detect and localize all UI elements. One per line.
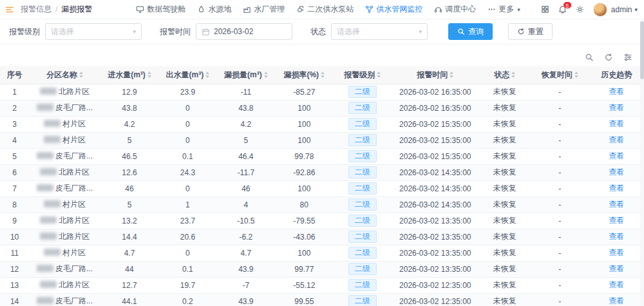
user-menu[interactable]: admin ▾ (611, 5, 638, 14)
nav-item-more[interactable]: 更多▾ (488, 4, 520, 15)
nav-item-label: 调度中心 (445, 4, 476, 15)
scrollbar-thumb[interactable] (640, 21, 644, 79)
out-volume: 23.7 (180, 216, 195, 225)
view-link[interactable]: 查看 (609, 151, 624, 160)
level-tag: 二级 (348, 231, 377, 243)
zone-name: 村片区 (62, 200, 86, 209)
zone-name: 北路片区 (59, 216, 90, 225)
recover-time: - (558, 184, 561, 193)
column-header[interactable]: 进水量(m³) (100, 66, 158, 84)
loss-rate: 100 (298, 249, 310, 258)
alarm-level-select[interactable]: 请选择 ▾ (45, 23, 142, 40)
column-header[interactable]: 状态 (479, 66, 531, 84)
view-link[interactable]: 查看 (609, 280, 624, 289)
settings-gear-icon[interactable] (576, 5, 584, 14)
menu-toggle-icon[interactable] (5, 5, 14, 14)
nav-item-water-source[interactable]: 水源地 (197, 4, 231, 15)
nav-item-label: 供水管网监控 (376, 4, 422, 15)
alarm-time: 2026-03-02 16:35:00 (399, 88, 471, 97)
view-link[interactable]: 查看 (609, 216, 624, 225)
sort-icon[interactable] (377, 72, 381, 78)
nav-item-pipe-network[interactable]: 供水管网监控 (365, 4, 422, 15)
recover-time: - (558, 120, 561, 129)
loss-volume: 43.8 (238, 104, 253, 113)
recover-time: - (558, 281, 561, 290)
column-header[interactable]: 漏损率(%) (275, 66, 333, 84)
dispatch-center-icon (434, 5, 442, 14)
loss-rate: -92.86 (293, 168, 315, 177)
row-index: 8 (12, 200, 17, 209)
zone-name: 北路片区 (59, 280, 90, 289)
column-header[interactable]: 漏损量(m³) (217, 66, 275, 84)
status-text: 未恢复 (493, 264, 516, 273)
table-refresh-icon[interactable] (604, 53, 613, 62)
in-volume: 4.7 (124, 249, 135, 258)
vertical-scrollbar[interactable] (640, 20, 644, 306)
avatar[interactable] (593, 3, 607, 17)
loss-rate: -85.27 (293, 88, 315, 97)
loss-rate: 100 (298, 136, 310, 145)
reset-button[interactable]: 重置 (508, 23, 553, 40)
status-text: 未恢复 (493, 216, 516, 225)
view-link[interactable]: 查看 (609, 296, 624, 305)
sort-icon[interactable] (321, 72, 325, 78)
table-column-settings-icon[interactable] (623, 53, 632, 62)
redacted-text (40, 281, 57, 288)
nav-item-dispatch-center[interactable]: 调度中心 (434, 4, 476, 15)
recover-time: - (558, 152, 561, 161)
column-header[interactable]: 出水量(m³) (158, 66, 216, 84)
view-link[interactable]: 查看 (609, 248, 624, 257)
view-link[interactable]: 查看 (609, 135, 624, 144)
redacted-text (40, 88, 57, 95)
row-index: 9 (12, 216, 17, 225)
table-row: 5 皮毛厂路... 46.5 0.1 46.4 99.78 二级 2026-03… (0, 148, 644, 164)
alarm-level-label: 报警级别 (9, 26, 40, 37)
filter-bar: 报警级别 请选择 ▾ 报警时间 2026-03-02 状态 请选择 ▾ (0, 19, 644, 44)
sort-icon[interactable] (79, 72, 83, 78)
column-header[interactable]: 恢复时间 (531, 66, 589, 84)
zone-name: 北路片区 (59, 232, 90, 241)
nav-item-pump-station[interactable]: 二次供水泵站 (296, 4, 354, 15)
water-plant-icon (243, 5, 251, 14)
view-link[interactable]: 查看 (609, 119, 624, 128)
view-link[interactable]: 查看 (609, 87, 624, 96)
sort-icon[interactable] (264, 72, 268, 78)
sort-icon[interactable] (574, 72, 578, 78)
notification-bell-icon[interactable]: 5 (558, 5, 567, 14)
breadcrumb-parent[interactable]: 报警信息 (21, 4, 52, 15)
alarm-time-input[interactable]: 2026-03-02 (196, 23, 292, 40)
search-button-label: 查询 (468, 26, 484, 37)
status-text: 未恢复 (493, 296, 516, 305)
nav-item-dashboard[interactable]: 数据驾驶舱 (136, 4, 185, 15)
view-link[interactable]: 查看 (609, 103, 624, 112)
sort-icon[interactable] (511, 72, 515, 78)
view-link[interactable]: 查看 (609, 200, 624, 209)
column-header-label: 漏损量(m³) (224, 70, 262, 81)
recover-time: - (558, 136, 561, 145)
row-index: 4 (12, 136, 17, 145)
loss-volume: 4 (244, 200, 249, 209)
sort-icon[interactable] (205, 72, 209, 78)
status-select[interactable]: 请选择 ▾ (331, 23, 428, 40)
alarm-table-panel: 序号分区名称进水量(m³)出水量(m³)漏损量(m³)漏损率(%)报警级别报警时… (0, 48, 644, 306)
loss-volume: -10.5 (237, 216, 254, 225)
chevron-down-icon: ▾ (419, 28, 422, 35)
nav-item-water-plant[interactable]: 水厂管理 (243, 4, 285, 15)
zone-name: 皮毛厂路... (55, 184, 93, 193)
view-link[interactable]: 查看 (609, 264, 624, 273)
sort-icon[interactable] (147, 72, 151, 78)
row-index: 11 (10, 249, 18, 258)
view-link[interactable]: 查看 (609, 232, 624, 241)
in-volume: 5 (128, 200, 132, 209)
view-link[interactable]: 查看 (609, 167, 624, 177)
column-header[interactable]: 报警级别 (334, 66, 392, 84)
search-button[interactable]: 查询 (448, 23, 493, 40)
view-link[interactable]: 查看 (609, 184, 624, 193)
sort-icon[interactable] (450, 72, 453, 78)
level-tag: 二级 (348, 215, 377, 227)
table-search-icon[interactable] (585, 53, 594, 62)
apps-grid-icon[interactable] (541, 5, 549, 14)
column-header[interactable]: 分区名称 (29, 66, 100, 84)
row-index: 13 (10, 281, 19, 290)
column-header[interactable]: 报警时间 (392, 66, 479, 84)
